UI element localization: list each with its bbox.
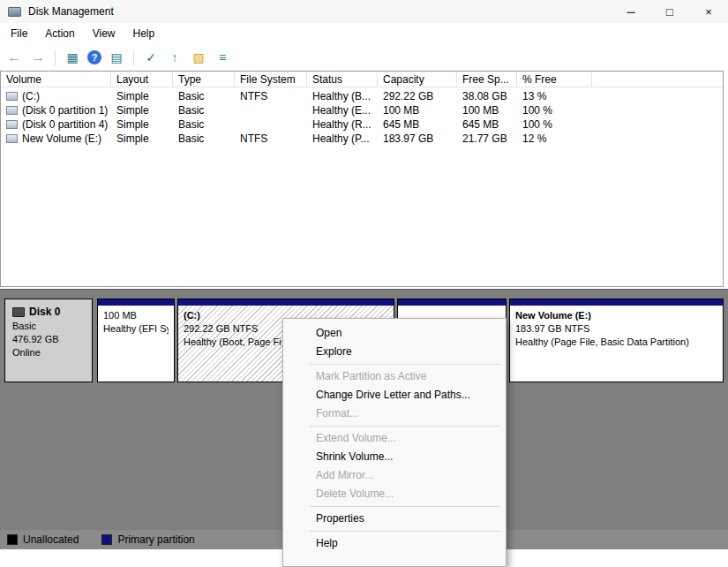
cell-pctfree: 13 % (517, 90, 592, 102)
partition-stripe (510, 299, 723, 306)
cell-layout: Simple (111, 104, 173, 117)
menu-item-properties[interactable]: Properties (283, 510, 506, 528)
disk-icon (12, 307, 25, 317)
check-icon[interactable]: ✓ (142, 49, 160, 65)
action-pane-icon[interactable]: ▤ (108, 49, 125, 65)
partition-stripe (398, 299, 506, 306)
menu-file[interactable]: File (2, 25, 36, 42)
volume-icon (6, 134, 18, 143)
cell-filesystem: NTFS (235, 90, 307, 102)
volume-name: (C:) (22, 90, 40, 102)
partition-name: New Volume (E:) (515, 309, 717, 322)
menu-item-change-drive-letter[interactable]: Change Drive Letter and Paths... (283, 386, 506, 404)
column-header-capacity[interactable]: Capacity (378, 72, 457, 87)
cell-layout: Simple (111, 90, 173, 102)
table-row-e[interactable]: New Volume (E:) Simple Basic NTFS Health… (1, 132, 723, 146)
disk0-header[interactable]: Disk 0 Basic 476.92 GB Online (4, 299, 93, 382)
column-header-pctfree[interactable]: % Free (517, 72, 592, 87)
cell-status: Healthy (R... (307, 118, 378, 131)
menu-bar: File Action View Help (0, 23, 728, 44)
toolbar-separator (133, 50, 134, 65)
window-controls: ─ □ × (612, 0, 728, 23)
cell-volume: (C:) (1, 90, 111, 102)
table-row-partition1[interactable]: (Disk 0 partition 1) Simple Basic Health… (1, 103, 723, 117)
column-header-freespace[interactable]: Free Sp... (457, 72, 517, 87)
cell-pctfree: 100 % (517, 118, 592, 131)
partition-size: 100 MB (103, 309, 169, 322)
menu-view[interactable]: View (84, 25, 124, 42)
console-tree-icon[interactable]: ▦ (64, 49, 81, 65)
disk-name: Disk 0 (29, 306, 60, 318)
column-header-type[interactable]: Type (173, 72, 235, 87)
back-icon[interactable]: ← (5, 49, 23, 65)
maximize-button[interactable]: □ (650, 0, 689, 23)
primary-partition-swatch (101, 534, 112, 545)
table-header: Volume Layout Type File System Status Ca… (1, 72, 723, 87)
menu-item-open[interactable]: Open (283, 324, 506, 343)
partition-size: 183.97 GB NTFS (515, 322, 717, 336)
title-bar[interactable]: Disk Management ─ □ × (0, 0, 728, 23)
cell-volume: (Disk 0 partition 1) (1, 104, 111, 117)
menu-action[interactable]: Action (36, 25, 83, 42)
volume-name: New Volume (E:) (22, 132, 101, 145)
menu-item-shrink-volume[interactable]: Shrink Volume... (283, 448, 506, 466)
cell-type: Basic (173, 104, 235, 117)
legend-label: Primary partition (117, 533, 194, 546)
menu-item-delete-volume: Delete Volume... (283, 485, 506, 503)
legend-label: Unallocated (23, 533, 79, 546)
cell-type: Basic (173, 132, 235, 145)
up-arrow-icon[interactable]: ↑ (166, 49, 184, 65)
cell-capacity: 292.22 GB (378, 90, 457, 102)
cell-volume: (Disk 0 partition 4) (1, 118, 111, 131)
unallocated-swatch (7, 534, 18, 545)
list-icon[interactable]: ≡ (214, 49, 231, 65)
legend-unallocated: Unallocated (7, 533, 79, 546)
column-header-filesystem[interactable]: File System (235, 72, 307, 87)
cell-freespace: 21.77 GB (457, 132, 517, 145)
partition-body: New Volume (E:) 183.97 GB NTFS Healthy (… (510, 306, 723, 382)
column-header-status[interactable]: Status (307, 72, 378, 87)
folder-icon[interactable]: ▨ (190, 49, 207, 65)
column-header-volume[interactable]: Volume (1, 72, 111, 87)
cell-type: Basic (173, 118, 235, 131)
table-row-c[interactable]: (C:) Simple Basic NTFS Healthy (B... 292… (1, 89, 723, 103)
cell-pctfree: 12 % (517, 132, 592, 145)
cell-freespace: 38.08 GB (457, 90, 517, 102)
table-row-partition4[interactable]: (Disk 0 partition 4) Simple Basic Health… (1, 117, 723, 132)
cell-status: Healthy (B... (307, 90, 378, 102)
context-menu: Open Explore Mark Partition as Active Ch… (282, 318, 507, 567)
cell-volume: New Volume (E:) (1, 132, 111, 145)
volume-icon (6, 92, 18, 101)
legend-primary-partition: Primary partition (101, 533, 194, 546)
volume-icon (6, 120, 18, 129)
cell-capacity: 183.97 GB (378, 132, 457, 145)
partition-status: Healthy (EFI Sy (103, 322, 169, 336)
partition-efi[interactable]: 100 MB Healthy (EFI Sy (97, 299, 175, 382)
help-icon[interactable]: ? (87, 50, 101, 64)
cell-freespace: 645 MB (457, 118, 517, 131)
column-header-layout[interactable]: Layout (111, 72, 173, 87)
cell-status: Healthy (E... (307, 104, 378, 117)
cell-pctfree: 100 % (517, 104, 592, 117)
menu-item-help[interactable]: Help (283, 534, 506, 553)
cell-status: Healthy (P... (307, 132, 378, 145)
disk-type: Basic (12, 321, 85, 331)
partition-status: Healthy (Page File, Basic Data Partition… (515, 336, 717, 349)
disk-status: Online (12, 347, 85, 358)
close-button[interactable]: × (689, 0, 728, 23)
menu-item-mark-partition-active: Mark Partition as Active (283, 367, 506, 386)
table-body: (C:) Simple Basic NTFS Healthy (B... 292… (1, 87, 723, 146)
minimize-button[interactable]: ─ (612, 0, 650, 23)
menu-help[interactable]: Help (124, 25, 164, 42)
partition-e[interactable]: New Volume (E:) 183.97 GB NTFS Healthy (… (509, 299, 724, 382)
partition-body: 100 MB Healthy (EFI Sy (98, 306, 174, 382)
cell-filesystem: NTFS (235, 132, 307, 145)
forward-icon[interactable]: → (29, 49, 47, 65)
cell-layout: Simple (111, 132, 173, 145)
menu-separator (310, 426, 500, 427)
volume-list-pane: Volume Layout Type File System Status Ca… (0, 71, 724, 287)
menu-separator (310, 364, 500, 365)
volume-icon (6, 106, 18, 115)
menu-item-explore[interactable]: Explore (283, 343, 506, 361)
menu-separator (310, 506, 500, 507)
